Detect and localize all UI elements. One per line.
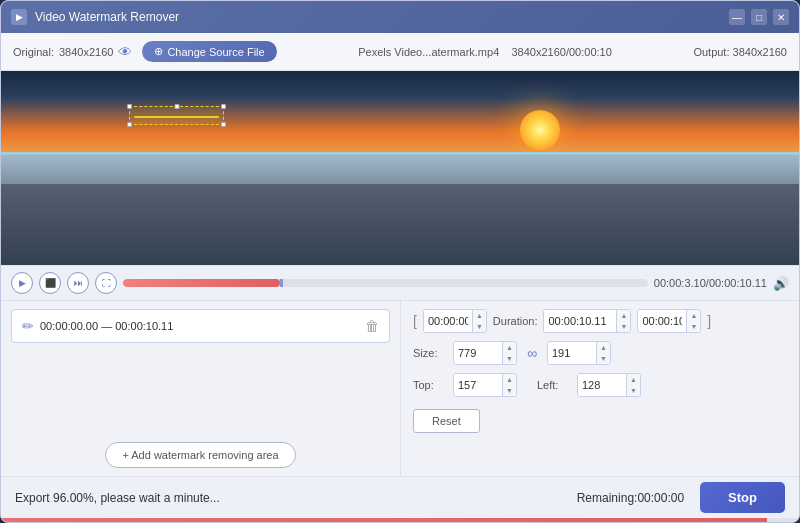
- link-icon[interactable]: ∞: [527, 345, 537, 361]
- duration-field[interactable]: [544, 310, 616, 332]
- title-bar: ▶ Video Watermark Remover — □ ✕: [1, 1, 799, 33]
- size-width-field[interactable]: [454, 342, 502, 364]
- width-down[interactable]: ▼: [503, 353, 516, 364]
- top-toolbar: Original: 3840x2160 👁 ⊕ Change Source Fi…: [1, 33, 799, 71]
- progress-fill: [123, 279, 280, 287]
- left-panel: ✏ 00:00:00.00 — 00:00:10.11 🗑 + Add wate…: [1, 301, 401, 476]
- width-up[interactable]: ▲: [503, 342, 516, 353]
- end-time-down[interactable]: ▼: [687, 321, 700, 332]
- right-panel: [ ▲ ▼ Duration: ▲ ▼: [401, 301, 799, 476]
- top-down[interactable]: ▼: [503, 385, 516, 396]
- bracket-close: ]: [707, 313, 711, 329]
- left-up[interactable]: ▲: [627, 374, 640, 385]
- start-time-field[interactable]: [424, 310, 472, 332]
- left-label: Left:: [537, 379, 567, 391]
- brush-icon: ✏: [22, 318, 34, 334]
- watermark-selection-box[interactable]: [129, 106, 225, 125]
- progress-thumb: [280, 279, 283, 287]
- duration-input[interactable]: ▲ ▼: [543, 309, 631, 333]
- volume-icon[interactable]: 🔊: [773, 276, 789, 291]
- height-spinners: ▲ ▼: [596, 342, 610, 364]
- minimize-button[interactable]: —: [729, 9, 745, 25]
- handle-bl[interactable]: [127, 122, 132, 127]
- status-bar-wrapper: Export 96.00%, please wait a minute... R…: [1, 476, 799, 522]
- sky-layer: [1, 71, 799, 158]
- reset-button[interactable]: Reset: [413, 409, 480, 433]
- change-source-label: Change Source File: [167, 46, 264, 58]
- size-label: Size:: [413, 347, 443, 359]
- playback-bar: ▶ ⬛ ⏭ ⛶ 00:00:3.10/00:00:10.11 🔊: [1, 265, 799, 301]
- sun: [520, 110, 560, 150]
- handle-tc[interactable]: [174, 104, 179, 109]
- video-area[interactable]: [1, 71, 799, 265]
- top-up[interactable]: ▲: [503, 374, 516, 385]
- position-row: Top: ▲ ▼ Left: ▲ ▼: [413, 373, 787, 397]
- top-field[interactable]: [454, 374, 502, 396]
- export-progress-fill: [1, 518, 767, 522]
- start-time-down[interactable]: ▼: [473, 321, 486, 332]
- end-time-spinners: ▲ ▼: [686, 310, 700, 332]
- fullscreen-button[interactable]: ⛶: [95, 272, 117, 294]
- file-details: 3840x2160/00:00:10: [512, 46, 612, 58]
- play-button[interactable]: ▶: [11, 272, 33, 294]
- handle-tr[interactable]: [221, 104, 226, 109]
- stop-button[interactable]: Stop: [700, 482, 785, 513]
- size-row: Size: ▲ ▼ ∞ ▲ ▼: [413, 341, 787, 365]
- end-time-up[interactable]: ▲: [687, 310, 700, 321]
- app-window: ▶ Video Watermark Remover — □ ✕ Original…: [0, 0, 800, 523]
- delete-icon[interactable]: 🗑: [365, 318, 379, 334]
- remaining-text: Remaining:00:00:00: [577, 491, 684, 505]
- main-content: ✏ 00:00:00.00 — 00:00:10.11 🗑 + Add wate…: [1, 301, 799, 476]
- add-watermark-area-button[interactable]: + Add watermark removing area: [105, 442, 295, 468]
- watermark-entry[interactable]: ✏ 00:00:00.00 — 00:00:10.11 🗑: [11, 309, 390, 343]
- playback-progress[interactable]: [123, 279, 648, 287]
- duration-label: Duration:: [493, 315, 538, 327]
- export-progress-bar: [1, 518, 799, 522]
- left-input[interactable]: ▲ ▼: [577, 373, 641, 397]
- time-display: 00:00:3.10/00:00:10.11: [654, 277, 767, 289]
- duration-up[interactable]: ▲: [617, 310, 630, 321]
- size-height-field[interactable]: [548, 342, 596, 364]
- window-controls: — □ ✕: [729, 9, 789, 25]
- width-spinners: ▲ ▼: [502, 342, 516, 364]
- end-time-input[interactable]: ▲ ▼: [637, 309, 701, 333]
- file-info: Pexels Video...atermark.mp4 3840x2160/00…: [287, 46, 684, 58]
- selection-line: [134, 116, 218, 118]
- time-row: [ ▲ ▼ Duration: ▲ ▼: [413, 309, 787, 333]
- stop-playback-button[interactable]: ⬛: [39, 272, 61, 294]
- eye-icon[interactable]: 👁: [118, 44, 132, 60]
- buildings-layer: [1, 184, 799, 265]
- handle-br[interactable]: [221, 122, 226, 127]
- video-frame: [1, 71, 799, 265]
- entry-time-range: 00:00:00.00 — 00:00:10.11: [40, 320, 359, 332]
- output-label: Output:: [693, 46, 729, 58]
- end-time-field[interactable]: [638, 310, 686, 332]
- duration-down[interactable]: ▼: [617, 321, 630, 332]
- current-time: 00:00:3.10: [654, 277, 706, 289]
- maximize-button[interactable]: □: [751, 9, 767, 25]
- plus-icon: ⊕: [154, 45, 163, 58]
- status-bar: Export 96.00%, please wait a minute... R…: [1, 476, 799, 518]
- original-label: Original:: [13, 46, 54, 58]
- duration-spinners: ▲ ▼: [616, 310, 630, 332]
- next-frame-button[interactable]: ⏭: [67, 272, 89, 294]
- size-width-input[interactable]: ▲ ▼: [453, 341, 517, 365]
- output-info: Output: 3840x2160: [693, 46, 787, 58]
- start-time-input[interactable]: ▲ ▼: [423, 309, 487, 333]
- size-height-input[interactable]: ▲ ▼: [547, 341, 611, 365]
- height-up[interactable]: ▲: [597, 342, 610, 353]
- total-time: 00:00:10.11: [709, 277, 767, 289]
- top-input[interactable]: ▲ ▼: [453, 373, 517, 397]
- app-icon: ▶: [11, 9, 27, 25]
- bracket-open: [: [413, 313, 417, 329]
- original-info: Original: 3840x2160 👁: [13, 44, 132, 60]
- handle-tl[interactable]: [127, 104, 132, 109]
- top-spinners: ▲ ▼: [502, 374, 516, 396]
- left-field[interactable]: [578, 374, 626, 396]
- change-source-button[interactable]: ⊕ Change Source File: [142, 41, 276, 62]
- start-time-up[interactable]: ▲: [473, 310, 486, 321]
- close-button[interactable]: ✕: [773, 9, 789, 25]
- left-down[interactable]: ▼: [627, 385, 640, 396]
- height-down[interactable]: ▼: [597, 353, 610, 364]
- app-title: Video Watermark Remover: [35, 10, 729, 24]
